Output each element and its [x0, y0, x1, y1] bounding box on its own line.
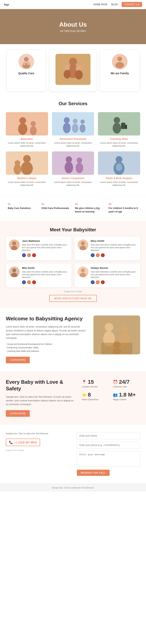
mary-twitter-icon[interactable]: t	[96, 253, 100, 257]
svg-point-18	[31, 121, 36, 126]
we-are-family-avatar	[112, 54, 127, 70]
form-submit-btn[interactable]: REQUEST FOR CALL	[77, 470, 110, 476]
phone-button[interactable]: 📞 +1 (234) 567-8910	[6, 438, 40, 446]
mila-instagram-icon[interactable]: i	[32, 280, 36, 284]
svg-rect-20	[52, 112, 94, 136]
service-mothers: Mother's Helper Lorem ipsum dolor sit am…	[6, 152, 48, 187]
service-doula-img	[98, 152, 140, 175]
phone-number: +1 (234) 567-8910	[15, 441, 37, 444]
gladys-instagram-icon[interactable]: i	[101, 280, 105, 284]
footer-freepik-note: Images from Freepik	[6, 449, 69, 451]
stat-label-2: We give children a big boost on learning	[75, 207, 99, 213]
svg-point-45	[116, 164, 122, 171]
welcome-image	[93, 316, 140, 354]
service-permanent-text: Lorem ipsum dolor sit amet, consectetur …	[52, 142, 94, 148]
stat-item-0: 01 Baby Care Solutions	[6, 202, 40, 213]
svg-point-22	[63, 123, 70, 133]
stat-item-1: 02 Child Care Professionals	[40, 202, 73, 213]
service-permanent: Permanent Placement Lorem ipsum dolor si…	[52, 112, 94, 148]
svg-point-29	[113, 123, 121, 134]
stat-experience-num: ⭐ 8	[82, 392, 109, 398]
clock-icon: ⏰	[113, 380, 118, 384]
every-baby-learn-btn[interactable]: LEARN MORE	[6, 410, 30, 417]
form-name-input[interactable]	[77, 432, 140, 439]
gladys-facebook-icon[interactable]: f	[91, 280, 95, 284]
stat-experience: ⭐ 8 Years Experience	[82, 392, 109, 401]
every-baby-left: Every Baby with Love & Safety Sample tex…	[6, 379, 74, 417]
every-baby-stats: 📍 15 Location Service ⏰ 24/7 Customer ca…	[82, 379, 140, 401]
babysitter-jane-avatar	[9, 240, 20, 250]
mila-facebook-icon[interactable]: f	[22, 280, 26, 284]
service-permanent-title: Permanent Placement	[52, 138, 94, 140]
hero-title: About Us	[59, 21, 87, 28]
svg-rect-37	[52, 152, 94, 175]
babysitters-grid: Jane Matthews Glae amet rhtnl libero mol…	[6, 236, 140, 287]
people-icon: 👥	[113, 392, 118, 397]
form-name-field	[77, 432, 140, 439]
svg-point-3	[23, 62, 26, 65]
form-message-textarea[interactable]	[77, 451, 140, 466]
feature-we-are-family: We are Family	[100, 50, 139, 91]
jane-instagram-icon[interactable]: i	[32, 253, 36, 257]
svg-point-59	[105, 323, 113, 332]
gladys-twitter-icon[interactable]: t	[96, 280, 100, 284]
svg-point-50	[81, 242, 85, 245]
stat-customer: ⏰ 24/7 Customer care	[113, 379, 140, 388]
meet-freepik-note: Images from Freepik	[6, 290, 140, 292]
service-traveling-title: Traveling Sitter	[98, 138, 140, 140]
form-phone-input[interactable]	[77, 442, 140, 449]
every-baby-text: Sample text. Click to select the Text El…	[6, 395, 74, 406]
stat-location-num: 📍 15	[82, 379, 109, 385]
more-babysitters-btn[interactable]: MORE BABYSITTERS NEAR ME	[49, 295, 97, 302]
service-doula: Doula & Birth Support Lorem ipsum dolor …	[98, 152, 140, 187]
babysitter-jane-name: Jane Matthews	[22, 240, 68, 242]
stat-num-1: 02	[42, 202, 71, 206]
welcome-learn-btn[interactable]: LEARN MORE	[6, 357, 30, 363]
mila-twitter-icon[interactable]: t	[27, 280, 31, 284]
nav-contact-btn[interactable]: CONTACT US	[122, 2, 142, 7]
jane-facebook-icon[interactable]: f	[22, 253, 26, 257]
svg-point-53	[12, 268, 16, 272]
logo: logo	[4, 3, 9, 6]
services-title: Our Services	[6, 101, 140, 106]
svg-point-17	[18, 123, 28, 135]
svg-point-40	[76, 158, 82, 163]
nav-blog[interactable]: BLOG	[111, 3, 118, 6]
svg-rect-65	[101, 343, 132, 354]
svg-point-33	[23, 155, 31, 162]
stat-clients-num: 👥 1.8 M+	[113, 392, 140, 398]
welcome-list: Social and Emotional Development for Chi…	[6, 342, 88, 353]
nav-home[interactable]: HOME PAGE	[93, 3, 107, 6]
svg-point-16	[19, 117, 26, 124]
service-mothers-img	[6, 152, 48, 175]
svg-point-19	[30, 126, 37, 135]
babysitter-mary-name: Mary Smith	[91, 240, 137, 242]
every-baby-section: Every Baby with Love & Safety Sample tex…	[0, 371, 146, 424]
babysitter-mary-info: Mary Smith Glae amet rhtnl libero molest…	[91, 240, 137, 257]
svg-point-47	[12, 242, 16, 245]
svg-point-28	[114, 117, 120, 124]
services-grid: Babysitter Lorem ipsum dolor sit amet, c…	[6, 112, 140, 187]
welcome-text-block: Welcome to Babysitting Agency Lorem ipsu…	[6, 316, 88, 364]
form-message-field	[77, 451, 140, 467]
we-are-family-label: We are Family	[104, 72, 135, 75]
stat-item-2: 03 We give children a big boost on learn…	[73, 202, 107, 213]
svg-point-8	[64, 65, 70, 70]
babysitter-jane-social: f t i	[22, 253, 68, 257]
svg-point-14	[115, 62, 124, 68]
welcome-list-item-2: Learning New Skills and Interests	[6, 349, 88, 353]
babysitter-mila-avatar	[9, 266, 20, 277]
service-babysitter-title: Babysitter	[6, 138, 48, 140]
service-senior-img	[52, 152, 94, 175]
stat-item-3: 04 For children 5 months to 6 years of a…	[107, 202, 140, 213]
footer-left: Sample text. Click to select the Text El…	[6, 432, 69, 476]
mary-instagram-icon[interactable]: i	[101, 253, 105, 257]
mary-facebook-icon[interactable]: f	[91, 253, 95, 257]
babysitter-mila-info: Mila Smith Glae amet rhtnl libero molest…	[22, 266, 68, 284]
stat-label-0: Baby Care Solutions	[8, 207, 31, 210]
svg-point-61	[121, 324, 128, 332]
svg-point-23	[73, 119, 77, 124]
jane-twitter-icon[interactable]: t	[27, 253, 31, 257]
welcome-list-item-0: Social and Emotional Development for Chi…	[6, 342, 88, 346]
service-doula-title: Doula & Birth Support	[98, 177, 140, 180]
